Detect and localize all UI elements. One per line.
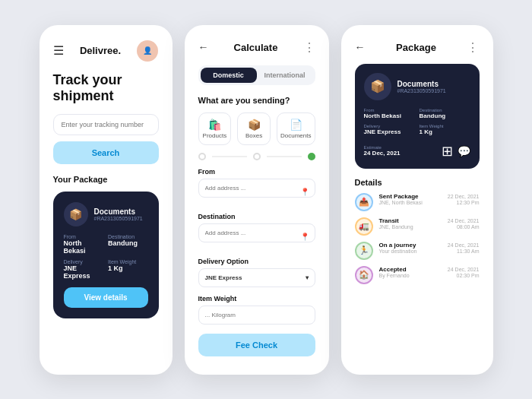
details-label: Details <box>355 178 480 187</box>
package-banner-top: 📦 Documents #RA2313050591971 <box>364 73 470 100</box>
banner-weight-val: 1 Kg <box>420 128 470 135</box>
brand-name: Delivree. <box>80 45 121 56</box>
documents-icon: 📄 <box>280 119 311 131</box>
package-detail-title: Package <box>396 42 436 53</box>
item-type-documents[interactable]: 📄 Documents <box>277 112 315 145</box>
timeline-content: On a journey Your destination <box>379 242 442 254</box>
calculate-card: ← Calculate ⋮ Domestic International Wha… <box>185 25 329 375</box>
track-card: ☰ Delivree. 👤 Track your shipment Search… <box>40 25 173 375</box>
hamburger-icon[interactable]: ☰ <box>53 43 64 58</box>
dest-value: Bandung <box>108 239 148 247</box>
tab-international[interactable]: International <box>257 68 313 83</box>
boxes-icon: 📦 <box>241 119 267 131</box>
package-icon-row: 📦 Documents #RA2313050591971 <box>64 202 148 226</box>
package-banner: 📦 Documents #RA2313050591971 From North … <box>355 64 480 169</box>
timeline-title: Sent Package <box>379 193 442 200</box>
card2-header: ← Calculate ⋮ <box>198 40 315 55</box>
item-type-boxes[interactable]: 📦 Boxes <box>237 112 271 145</box>
page-title: Track your shipment <box>53 72 159 105</box>
from-input[interactable] <box>198 179 315 198</box>
boxes-label: Boxes <box>245 132 262 139</box>
delivery-form-label: Delivery Option <box>198 258 315 265</box>
from-label: From <box>64 234 104 239</box>
package-banner-name: Documents <box>397 80 446 88</box>
timeline-title: Accepted <box>379 266 442 273</box>
timeline-item: 🏃 On a journey Your destination 24 Dec, … <box>355 242 480 260</box>
progress-line-2 <box>267 156 302 157</box>
timeline-subtitle: JNE, Bandung <box>379 224 442 230</box>
timeline-content: Sent Package JNE, North Bekasi <box>379 193 442 205</box>
dest-label: Destination <box>108 234 148 239</box>
item-type-row: 🛍️ Products 📦 Boxes 📄 Documents <box>198 112 315 145</box>
card1-header: ☰ Delivree. 👤 <box>53 40 159 62</box>
chevron-down-icon: ▾ <box>306 274 309 281</box>
more-options-pkg-icon[interactable]: ⋮ <box>467 40 479 55</box>
products-icon: 🛍️ <box>202 119 228 131</box>
progress-row <box>198 153 315 160</box>
products-label: Products <box>203 132 227 139</box>
timeline-item: 🏠 Accepted By Fernando 24 Dec, 2021 02:3… <box>355 266 480 284</box>
timeline: 📤 Sent Package JNE, North Bekasi 22 Dec,… <box>355 193 480 284</box>
progress-dot-2 <box>253 153 261 160</box>
timeline-subtitle: Your destination <box>379 249 442 254</box>
timeline-content: Transit JNE, Bandung <box>379 217 442 230</box>
package-detail-card: ← Package ⋮ 📦 Documents #RA2313050591971… <box>341 25 493 375</box>
weight-input[interactable] <box>198 306 315 325</box>
timeline-icon: 🏠 <box>355 266 373 284</box>
package-banner-grid: From North Bekasi Destination Bandung De… <box>364 108 470 135</box>
weight-label: Item Weight <box>108 259 148 264</box>
banner-from-val: North Bekasi <box>364 112 415 119</box>
package-grid: From North Bekasi Destination Bandung De… <box>64 234 148 280</box>
back-button[interactable]: ← <box>198 41 209 53</box>
progress-line-1 <box>212 156 247 157</box>
package-card: 📦 Documents #RA2313050591971 From North … <box>53 192 159 318</box>
timeline-title: On a journey <box>379 242 442 249</box>
timeline-date: 24 Dec, 2021 08:00 Am <box>448 217 480 230</box>
timeline-title: Transit <box>379 217 442 224</box>
progress-dot-1 <box>198 153 206 160</box>
view-details-button[interactable]: View details <box>64 287 148 308</box>
tab-row: Domestic International <box>198 65 315 85</box>
card3-header: ← Package ⋮ <box>355 40 480 55</box>
estimate-val: 24 Dec, 2021 <box>364 150 401 157</box>
package-name: Documents <box>94 207 143 216</box>
package-banner-id: #RA2313050591971 <box>397 88 446 93</box>
package-icon: 📦 <box>64 202 88 226</box>
delivery-label: Delivery <box>64 259 104 264</box>
item-type-products[interactable]: 🛍️ Products <box>198 112 232 145</box>
fee-check-button[interactable]: Fee Check <box>198 334 315 356</box>
documents-label: Documents <box>280 132 311 139</box>
delivery-select[interactable]: JNE Express ▾ <box>198 268 315 287</box>
calculate-title: Calculate <box>234 42 278 53</box>
timeline-date: 24 Dec, 2021 11:30 Am <box>448 242 480 255</box>
back-button-pkg[interactable]: ← <box>355 41 366 53</box>
avatar[interactable]: 👤 <box>137 40 158 62</box>
package-id: #RA2313050591971 <box>94 216 143 221</box>
timeline-subtitle: By Fernando <box>379 273 442 278</box>
message-icon[interactable]: 💬 <box>458 145 470 157</box>
timeline-icon: 📤 <box>355 193 373 211</box>
more-options-icon[interactable]: ⋮ <box>303 40 315 55</box>
package-banner-bottom: Estimate 24 Dec, 2021 ⊞ 💬 <box>364 143 470 160</box>
tracking-input[interactable] <box>53 114 159 135</box>
weight-value: 1 Kg <box>108 264 148 272</box>
delivery-option-value: JNE Express <box>205 274 242 281</box>
what-label: What are you sending? <box>198 96 315 105</box>
banner-delivery-val: JNE Express <box>364 128 415 135</box>
delivery-value: JNE Express <box>64 264 104 280</box>
dest-input[interactable] <box>198 223 315 242</box>
timeline-item: 🚛 Transit JNE, Bandung 24 Dec, 2021 08:0… <box>355 217 480 236</box>
dest-form-label: Destination <box>198 213 315 220</box>
section-label: Your Package <box>53 175 159 184</box>
timeline-item: 📤 Sent Package JNE, North Bekasi 22 Dec,… <box>355 193 480 211</box>
search-button[interactable]: Search <box>53 141 159 164</box>
dest-location-icon: 📍 <box>300 233 309 241</box>
qr-icon[interactable]: ⊞ <box>442 143 453 160</box>
timeline-date: 24 Dec, 2021 02:30 Pm <box>448 266 480 279</box>
progress-dot-3 <box>308 153 315 160</box>
timeline-content: Accepted By Fernando <box>379 266 442 278</box>
package-banner-icon: 📦 <box>364 73 391 100</box>
tab-domestic[interactable]: Domestic <box>201 68 257 83</box>
from-form-label: From <box>198 168 315 176</box>
weight-form-label: Item Weight <box>198 295 315 302</box>
